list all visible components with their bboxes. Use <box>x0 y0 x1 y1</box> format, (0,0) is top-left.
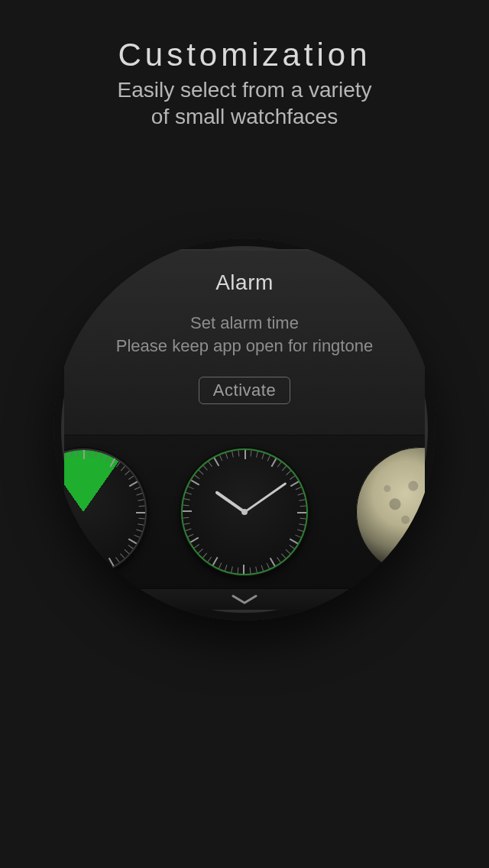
watchface-option-analog[interactable] <box>180 447 309 577</box>
alarm-message-line-2: Please keep app open for ringtone <box>116 336 373 355</box>
subtitle-line-2: of small watchfaces <box>151 105 338 128</box>
tick-mark <box>297 512 306 513</box>
activate-button[interactable]: Activate <box>199 377 290 404</box>
moon-icon <box>356 447 425 577</box>
watchface-option-moon[interactable] <box>356 447 425 577</box>
chevron-down-icon <box>232 594 257 605</box>
alarm-title: Alarm <box>64 270 425 295</box>
watchface-option-wedge[interactable] <box>64 447 148 577</box>
alarm-message-line-1: Set alarm time <box>190 313 299 332</box>
alarm-message: Set alarm time Please keep app open for … <box>64 312 425 357</box>
subtitle-line-1: Easily select from a variety <box>118 78 372 102</box>
expand-handle[interactable] <box>64 588 425 610</box>
clock-pivot <box>241 509 248 515</box>
watchface-carousel[interactable] <box>64 436 425 588</box>
tick-mark <box>183 510 192 512</box>
watch-preview: Alarm Set alarm time Please keep app ope… <box>53 238 436 620</box>
page-title: Customization <box>0 37 489 73</box>
page-subtitle: Easily select from a variety of small wa… <box>0 76 489 130</box>
tick-mark <box>244 450 246 459</box>
alarm-panel: Alarm Set alarm time Please keep app ope… <box>64 249 425 436</box>
tick-mark <box>243 565 244 574</box>
